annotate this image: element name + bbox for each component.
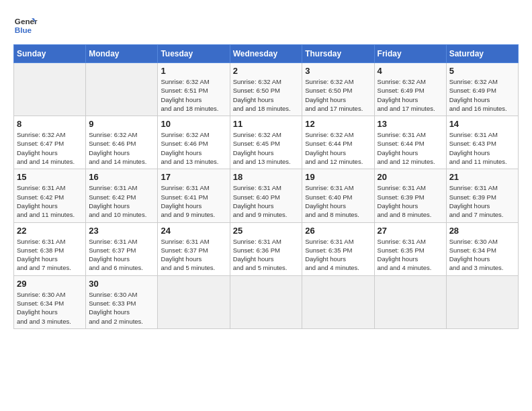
- day-detail: Sunrise: 6:31 AMSunset: 6:39 PMDaylight …: [378, 183, 443, 219]
- day-number: 14: [449, 119, 515, 129]
- calendar-cell: 10Sunrise: 6:32 AMSunset: 6:46 PMDayligh…: [158, 116, 230, 169]
- day-number: 22: [17, 226, 83, 236]
- day-detail: Sunrise: 6:32 AMSunset: 6:46 PMDaylight …: [161, 130, 226, 166]
- calendar-table: SundayMondayTuesdayWednesdayThursdayFrid…: [13, 44, 519, 329]
- day-number: 29: [17, 279, 83, 289]
- calendar-cell: 17Sunrise: 6:31 AMSunset: 6:41 PMDayligh…: [158, 169, 230, 222]
- calendar-cell: 13Sunrise: 6:31 AMSunset: 6:44 PMDayligh…: [374, 116, 446, 169]
- calendar-cell: 28Sunrise: 6:30 AMSunset: 6:34 PMDayligh…: [446, 222, 518, 275]
- day-detail: Sunrise: 6:31 AMSunset: 6:40 PMDaylight …: [305, 183, 371, 219]
- day-detail: Sunrise: 6:31 AMSunset: 6:37 PMDaylight …: [161, 237, 226, 273]
- day-detail: Sunrise: 6:32 AMSunset: 6:44 PMDaylight …: [305, 130, 371, 166]
- day-detail: Sunrise: 6:31 AMSunset: 6:37 PMDaylight …: [89, 237, 154, 273]
- calendar-cell: 23Sunrise: 6:31 AMSunset: 6:37 PMDayligh…: [86, 222, 158, 275]
- calendar-cell: [302, 275, 374, 328]
- day-detail: Sunrise: 6:32 AMSunset: 6:50 PMDaylight …: [305, 77, 371, 113]
- day-number: 27: [378, 226, 443, 236]
- day-number: 16: [89, 172, 154, 182]
- day-detail: Sunrise: 6:31 AMSunset: 6:36 PMDaylight …: [233, 237, 300, 273]
- svg-text:General: General: [15, 17, 38, 26]
- calendar-cell: 24Sunrise: 6:31 AMSunset: 6:37 PMDayligh…: [158, 222, 230, 275]
- day-number: 10: [161, 119, 226, 129]
- calendar-cell: 18Sunrise: 6:31 AMSunset: 6:40 PMDayligh…: [230, 169, 302, 222]
- day-number: 11: [233, 119, 300, 129]
- day-detail: Sunrise: 6:32 AMSunset: 6:50 PMDaylight …: [233, 77, 300, 113]
- weekday-header: Wednesday: [230, 45, 302, 63]
- calendar-cell: [158, 275, 230, 328]
- day-number: 8: [17, 119, 83, 129]
- day-detail: Sunrise: 6:32 AMSunset: 6:49 PMDaylight …: [378, 77, 443, 113]
- day-number: 19: [305, 172, 371, 182]
- day-detail: Sunrise: 6:30 AMSunset: 6:34 PMDaylight …: [449, 237, 515, 273]
- logo-icon: General Blue: [13, 13, 38, 38]
- weekday-header: Sunday: [14, 45, 86, 63]
- day-detail: Sunrise: 6:31 AMSunset: 6:39 PMDaylight …: [449, 183, 515, 219]
- day-detail: Sunrise: 6:31 AMSunset: 6:44 PMDaylight …: [378, 130, 443, 166]
- calendar-cell: 5Sunrise: 6:32 AMSunset: 6:49 PMDaylight…: [446, 63, 518, 116]
- calendar-cell: 11Sunrise: 6:32 AMSunset: 6:45 PMDayligh…: [230, 116, 302, 169]
- day-detail: Sunrise: 6:31 AMSunset: 6:42 PMDaylight …: [17, 183, 83, 219]
- day-detail: Sunrise: 6:31 AMSunset: 6:35 PMDaylight …: [305, 237, 371, 273]
- day-detail: Sunrise: 6:32 AMSunset: 6:49 PMDaylight …: [449, 77, 515, 113]
- calendar-cell: 26Sunrise: 6:31 AMSunset: 6:35 PMDayligh…: [302, 222, 374, 275]
- day-detail: Sunrise: 6:31 AMSunset: 6:42 PMDaylight …: [89, 183, 154, 219]
- day-number: 2: [233, 66, 300, 76]
- day-number: 24: [161, 226, 226, 236]
- day-number: 9: [89, 119, 154, 129]
- day-number: 15: [17, 172, 83, 182]
- day-detail: Sunrise: 6:31 AMSunset: 6:41 PMDaylight …: [161, 183, 226, 219]
- day-number: 18: [233, 172, 300, 182]
- day-detail: Sunrise: 6:32 AMSunset: 6:51 PMDaylight …: [161, 77, 226, 113]
- day-number: 20: [378, 172, 443, 182]
- weekday-header: Thursday: [302, 45, 374, 63]
- day-number: 23: [89, 226, 154, 236]
- day-detail: Sunrise: 6:31 AMSunset: 6:43 PMDaylight …: [449, 130, 515, 166]
- day-number: 26: [305, 226, 371, 236]
- day-number: 4: [378, 66, 443, 76]
- day-number: 1: [161, 66, 226, 76]
- day-detail: Sunrise: 6:32 AMSunset: 6:46 PMDaylight …: [89, 130, 154, 166]
- calendar-cell: [374, 275, 446, 328]
- calendar-cell: [230, 275, 302, 328]
- calendar-cell: [86, 63, 158, 116]
- day-number: 21: [449, 172, 515, 182]
- calendar-cell: 15Sunrise: 6:31 AMSunset: 6:42 PMDayligh…: [14, 169, 86, 222]
- day-detail: Sunrise: 6:31 AMSunset: 6:40 PMDaylight …: [233, 183, 300, 219]
- calendar-cell: [446, 275, 518, 328]
- calendar-cell: 30Sunrise: 6:30 AMSunset: 6:33 PMDayligh…: [86, 275, 158, 328]
- calendar-cell: 1Sunrise: 6:32 AMSunset: 6:51 PMDaylight…: [158, 63, 230, 116]
- header: General Blue: [13, 13, 519, 38]
- calendar-cell: 29Sunrise: 6:30 AMSunset: 6:34 PMDayligh…: [14, 275, 86, 328]
- calendar-cell: 22Sunrise: 6:31 AMSunset: 6:38 PMDayligh…: [14, 222, 86, 275]
- weekday-header: Friday: [374, 45, 446, 63]
- day-detail: Sunrise: 6:30 AMSunset: 6:33 PMDaylight …: [89, 290, 154, 326]
- calendar-cell: [14, 63, 86, 116]
- calendar-cell: 4Sunrise: 6:32 AMSunset: 6:49 PMDaylight…: [374, 63, 446, 116]
- day-number: 5: [449, 66, 515, 76]
- day-number: 28: [449, 226, 515, 236]
- day-number: 13: [378, 119, 443, 129]
- calendar-cell: 12Sunrise: 6:32 AMSunset: 6:44 PMDayligh…: [302, 116, 374, 169]
- weekday-header: Tuesday: [158, 45, 230, 63]
- weekday-header: Monday: [86, 45, 158, 63]
- day-number: 3: [305, 66, 371, 76]
- calendar-cell: 27Sunrise: 6:31 AMSunset: 6:35 PMDayligh…: [374, 222, 446, 275]
- day-detail: Sunrise: 6:32 AMSunset: 6:45 PMDaylight …: [233, 130, 300, 166]
- calendar-cell: 19Sunrise: 6:31 AMSunset: 6:40 PMDayligh…: [302, 169, 374, 222]
- weekday-header: Saturday: [446, 45, 518, 63]
- calendar-cell: 2Sunrise: 6:32 AMSunset: 6:50 PMDaylight…: [230, 63, 302, 116]
- day-number: 12: [305, 119, 371, 129]
- calendar-cell: 3Sunrise: 6:32 AMSunset: 6:50 PMDaylight…: [302, 63, 374, 116]
- calendar-cell: 16Sunrise: 6:31 AMSunset: 6:42 PMDayligh…: [86, 169, 158, 222]
- day-detail: Sunrise: 6:30 AMSunset: 6:34 PMDaylight …: [17, 290, 83, 326]
- calendar-cell: 9Sunrise: 6:32 AMSunset: 6:46 PMDaylight…: [86, 116, 158, 169]
- calendar-cell: 8Sunrise: 6:32 AMSunset: 6:47 PMDaylight…: [14, 116, 86, 169]
- day-number: 17: [161, 172, 226, 182]
- day-detail: Sunrise: 6:32 AMSunset: 6:47 PMDaylight …: [17, 130, 83, 166]
- calendar-cell: 21Sunrise: 6:31 AMSunset: 6:39 PMDayligh…: [446, 169, 518, 222]
- calendar-cell: 20Sunrise: 6:31 AMSunset: 6:39 PMDayligh…: [374, 169, 446, 222]
- calendar-cell: 25Sunrise: 6:31 AMSunset: 6:36 PMDayligh…: [230, 222, 302, 275]
- day-number: 30: [89, 279, 154, 289]
- day-number: 25: [233, 226, 300, 236]
- day-detail: Sunrise: 6:31 AMSunset: 6:35 PMDaylight …: [378, 237, 443, 273]
